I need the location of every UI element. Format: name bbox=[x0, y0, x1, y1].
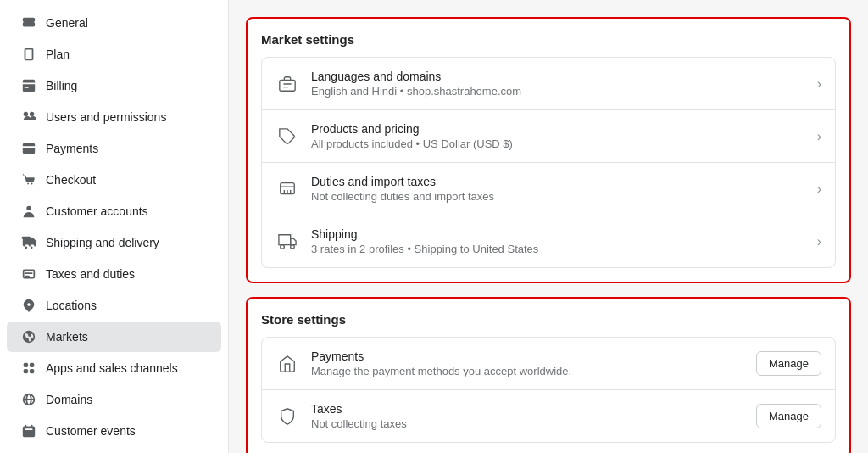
products-pricing-content: Products and pricing All products includ… bbox=[311, 122, 805, 150]
duties-subtitle: Not collecting duties and import taxes bbox=[311, 190, 805, 203]
sidebar-label-customer-accounts: Customer accounts bbox=[46, 204, 148, 218]
sidebar-label-taxes: Taxes and duties bbox=[46, 267, 135, 281]
sidebar-label-locations: Locations bbox=[46, 299, 97, 312]
sidebar: General Plan Billing Users and permissio… bbox=[0, 0, 229, 453]
sidebar-item-payments[interactable]: Payments bbox=[7, 133, 221, 164]
shipping-item[interactable]: Shipping 3 rates in 2 profiles • Shippin… bbox=[262, 215, 835, 267]
store-settings-title: Store settings bbox=[261, 312, 836, 327]
shipping-subtitle: 3 rates in 2 profiles • Shipping to Unit… bbox=[311, 243, 805, 255]
sidebar-label-general: General bbox=[46, 16, 88, 30]
sidebar-label-users: Users and permissions bbox=[46, 110, 166, 124]
sidebar-item-customer-events[interactable]: Customer events bbox=[7, 416, 221, 446]
duties-icon bbox=[275, 177, 299, 201]
languages-title: Languages and domains bbox=[311, 70, 805, 83]
payments-store-subtitle: Manage the payment methods you accept wo… bbox=[311, 365, 744, 378]
taxes-store-item[interactable]: Taxes Not collecting taxes Manage bbox=[262, 390, 835, 442]
taxes-manage-button[interactable]: Manage bbox=[756, 404, 821, 428]
sidebar-label-markets: Markets bbox=[46, 330, 88, 344]
payments-store-content: Payments Manage the payment methods you … bbox=[311, 350, 744, 378]
svg-rect-0 bbox=[280, 80, 295, 91]
taxes-nav-icon bbox=[20, 266, 37, 282]
billing-icon bbox=[20, 77, 37, 94]
sidebar-item-shipping[interactable]: Shipping and delivery bbox=[7, 227, 221, 258]
languages-item[interactable]: Languages and domains English and Hindi … bbox=[262, 58, 835, 110]
languages-subtitle: English and Hindi • shop.shastrahome.com bbox=[311, 85, 805, 98]
domains-icon bbox=[20, 391, 37, 408]
sidebar-item-users[interactable]: Users and permissions bbox=[7, 102, 221, 132]
shipping-nav-icon bbox=[20, 234, 37, 251]
duties-item[interactable]: Duties and import taxes Not collecting d… bbox=[262, 163, 835, 215]
customer-accounts-icon bbox=[20, 203, 37, 220]
sidebar-item-taxes[interactable]: Taxes and duties bbox=[7, 259, 221, 289]
svg-point-4 bbox=[281, 244, 285, 249]
markets-icon bbox=[20, 328, 37, 345]
store-icon bbox=[20, 14, 37, 31]
main-content: Market settings Languages and domains En… bbox=[229, 0, 868, 453]
customer-events-icon bbox=[20, 422, 37, 439]
languages-arrow: › bbox=[817, 76, 821, 92]
sidebar-item-markets[interactable]: Markets bbox=[7, 322, 221, 352]
sidebar-label-billing: Billing bbox=[46, 79, 77, 92]
checkout-icon bbox=[20, 171, 37, 188]
payments-store-icon bbox=[275, 352, 299, 376]
sidebar-label-payments: Payments bbox=[46, 142, 98, 155]
taxes-store-title: Taxes bbox=[311, 402, 744, 416]
sidebar-item-domains[interactable]: Domains bbox=[7, 384, 221, 415]
sidebar-item-locations[interactable]: Locations bbox=[7, 290, 221, 321]
sidebar-label-checkout: Checkout bbox=[46, 173, 96, 187]
store-settings-section: Store settings Payments Manage the payme… bbox=[246, 297, 851, 453]
sidebar-item-checkout[interactable]: Checkout bbox=[7, 165, 221, 195]
products-pricing-icon bbox=[275, 125, 299, 148]
users-icon bbox=[20, 109, 37, 126]
sidebar-item-customer-accounts[interactable]: Customer accounts bbox=[7, 196, 221, 226]
languages-icon bbox=[275, 72, 299, 96]
payments-store-title: Payments bbox=[311, 350, 744, 363]
shipping-arrow: › bbox=[817, 234, 821, 249]
products-pricing-item[interactable]: Products and pricing All products includ… bbox=[262, 110, 835, 163]
sidebar-item-apps[interactable]: Apps and sales channels bbox=[7, 353, 221, 383]
payments-nav-icon bbox=[20, 140, 37, 157]
sidebar-label-shipping: Shipping and delivery bbox=[46, 236, 159, 249]
shipping-content: Shipping 3 rates in 2 profiles • Shippin… bbox=[311, 227, 805, 255]
duties-title: Duties and import taxes bbox=[311, 175, 805, 188]
locations-icon bbox=[20, 297, 37, 314]
apps-icon bbox=[20, 360, 37, 377]
products-pricing-subtitle: All products included • US Dollar (USD $… bbox=[311, 137, 805, 150]
sidebar-label-domains: Domains bbox=[46, 393, 92, 406]
market-settings-section: Market settings Languages and domains En… bbox=[246, 17, 851, 283]
taxes-store-subtitle: Not collecting taxes bbox=[311, 417, 744, 430]
sidebar-item-general[interactable]: General bbox=[7, 8, 221, 38]
shipping-title: Shipping bbox=[311, 227, 805, 241]
products-pricing-title: Products and pricing bbox=[311, 122, 805, 136]
sidebar-label-customer-events: Customer events bbox=[46, 424, 136, 438]
payments-store-item[interactable]: Payments Manage the payment methods you … bbox=[262, 338, 835, 390]
sidebar-item-billing[interactable]: Billing bbox=[7, 70, 221, 101]
market-settings-title: Market settings bbox=[261, 32, 836, 47]
sidebar-item-notifications[interactable]: Notifications bbox=[7, 447, 221, 453]
sidebar-label-plan: Plan bbox=[46, 48, 70, 61]
shipping-icon bbox=[275, 230, 299, 254]
svg-point-5 bbox=[291, 244, 295, 249]
sidebar-label-apps: Apps and sales channels bbox=[46, 361, 178, 375]
languages-content: Languages and domains English and Hindi … bbox=[311, 70, 805, 98]
plan-icon bbox=[20, 46, 37, 63]
taxes-store-content: Taxes Not collecting taxes bbox=[311, 402, 744, 430]
taxes-store-icon bbox=[275, 405, 299, 428]
duties-arrow: › bbox=[817, 182, 821, 197]
payments-manage-button[interactable]: Manage bbox=[756, 351, 821, 376]
sidebar-item-plan[interactable]: Plan bbox=[7, 39, 221, 70]
duties-content: Duties and import taxes Not collecting d… bbox=[311, 175, 805, 203]
market-settings-list: Languages and domains English and Hindi … bbox=[261, 57, 836, 268]
store-settings-list: Payments Manage the payment methods you … bbox=[261, 337, 836, 443]
products-pricing-arrow: › bbox=[817, 129, 821, 144]
